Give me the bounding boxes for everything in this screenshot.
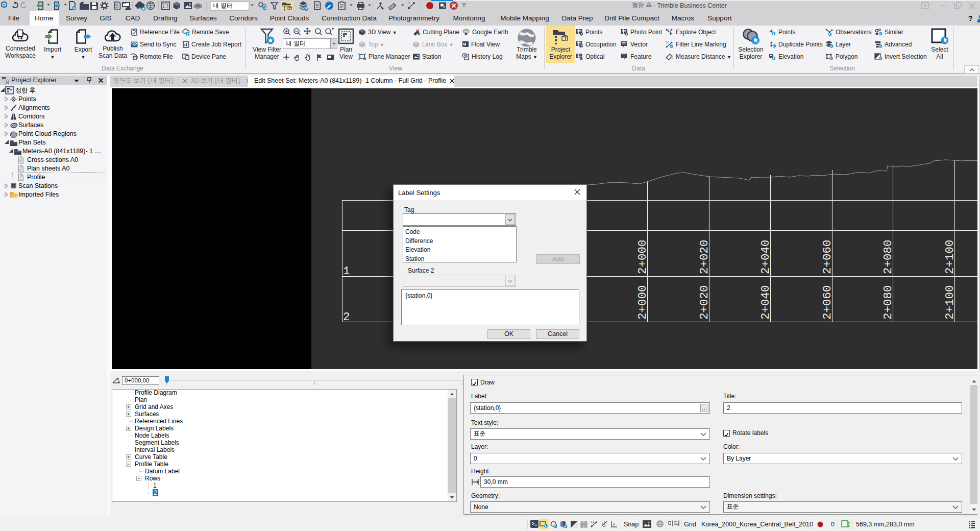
svg-text:2+040: 2+040	[759, 285, 772, 320]
svg-text:2+100: 2+100	[943, 285, 957, 320]
svg-text:1: 1	[343, 264, 350, 278]
svg-text:2+100: 2+100	[943, 239, 957, 274]
svg-text:2+020: 2+020	[698, 285, 711, 320]
svg-text:2+020: 2+020	[698, 239, 711, 274]
svg-text:0.1: 0.1	[666, 41, 670, 44]
svg-text:2+080: 2+080	[881, 239, 895, 274]
svg-text:0.1: 0.1	[591, 520, 594, 523]
svg-text:2+000: 2+000	[636, 285, 649, 320]
svg-text:2+080: 2+080	[881, 285, 895, 320]
svg-text:2: 2	[343, 310, 350, 324]
svg-text:2+040: 2+040	[759, 239, 772, 274]
svg-text:2+000: 2+000	[636, 239, 649, 274]
svg-text:2+060: 2+060	[821, 239, 834, 274]
svg-text:0.1: 0.1	[666, 29, 669, 31]
svg-text:?: ?	[408, 2, 410, 5]
svg-text:2+060: 2+060	[821, 285, 834, 320]
